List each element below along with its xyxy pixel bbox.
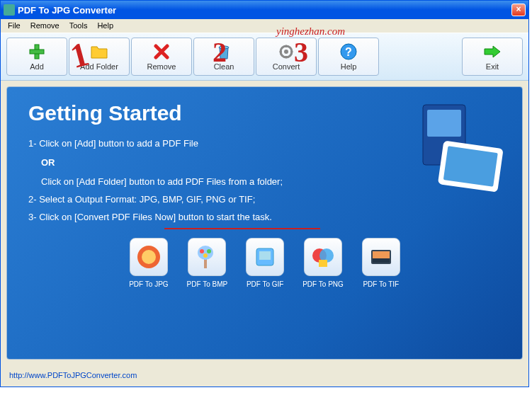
gif-label: PDF To GIF: [247, 280, 284, 288]
jpg-label: PDF To JPG: [129, 280, 168, 288]
app-icon: [4, 4, 15, 16]
svg-rect-1: [30, 50, 44, 54]
pdf-to-bmp-button[interactable]: PDF To BMP: [187, 238, 228, 288]
menu-help[interactable]: Help: [93, 21, 118, 31]
svg-point-4: [284, 50, 288, 54]
bmp-icon: [188, 238, 226, 276]
close-button[interactable]: ×: [511, 4, 526, 16]
toolbar-spacer: [380, 38, 460, 76]
add-button[interactable]: Add: [6, 38, 67, 76]
folder-icon: [90, 42, 108, 61]
png-icon: [304, 238, 342, 276]
help-label: Help: [341, 62, 357, 71]
exit-label: Exit: [486, 62, 499, 71]
remove-button[interactable]: Remove: [131, 38, 192, 76]
svg-rect-10: [443, 146, 498, 186]
menubar: File Remove Tools Help: [1, 19, 528, 33]
menu-file[interactable]: File: [4, 21, 25, 31]
clean-label: Clean: [214, 62, 234, 71]
svg-rect-8: [427, 110, 461, 137]
bmp-label: PDF To BMP: [187, 280, 228, 288]
gif-icon: [246, 238, 284, 276]
svg-point-2: [219, 46, 229, 49]
question-icon: ?: [339, 42, 358, 61]
toolbar: Add Add Folder Remove Clean Convert ? He…: [1, 33, 528, 81]
pdf-to-gif-button[interactable]: PDF To GIF: [246, 238, 284, 288]
plus-icon: [28, 42, 46, 61]
footer: http://www.PDFToJPGConverter.com: [1, 365, 528, 387]
tif-icon: [362, 238, 400, 276]
jpg-icon: [130, 238, 168, 276]
png-label: PDF To PNG: [302, 280, 344, 288]
window-title: PDF To JPG Converter: [18, 5, 511, 16]
svg-point-17: [203, 253, 208, 258]
menu-remove[interactable]: Remove: [26, 21, 64, 31]
convert-button[interactable]: Convert: [256, 38, 317, 76]
x-icon: [152, 42, 171, 61]
svg-rect-25: [373, 258, 390, 263]
help-button[interactable]: ? Help: [318, 38, 379, 76]
svg-point-15: [200, 249, 204, 253]
add-folder-label: Add Folder: [80, 62, 118, 71]
svg-point-16: [207, 249, 211, 253]
content-panel: Getting Started 1- Click on [Add] button…: [6, 86, 523, 360]
svg-point-12: [142, 250, 156, 264]
book-illustration: [402, 101, 487, 207]
remove-label: Remove: [147, 62, 176, 71]
arrow-right-icon: [483, 42, 502, 61]
clean-button[interactable]: Clean: [193, 38, 254, 76]
pdf-to-png-button[interactable]: PDF To PNG: [302, 238, 344, 288]
gear-icon: [277, 42, 295, 61]
tif-label: PDF To TIF: [363, 280, 399, 288]
svg-rect-19: [259, 251, 271, 260]
titlebar: PDF To JPG Converter ×: [1, 1, 528, 19]
svg-rect-13: [204, 258, 207, 268]
svg-rect-24: [373, 251, 390, 258]
menu-tools[interactable]: Tools: [65, 21, 92, 31]
svg-text:?: ?: [345, 46, 352, 58]
exit-button[interactable]: Exit: [462, 38, 523, 76]
svg-rect-22: [319, 260, 327, 267]
pdf-to-jpg-button[interactable]: PDF To JPG: [129, 238, 168, 288]
app-window: PDF To JPG Converter × File Remove Tools…: [0, 0, 529, 387]
convert-label: Convert: [273, 62, 300, 71]
format-buttons: PDF To JPG PDF To BMP PDF To GIF PDF To …: [28, 238, 501, 288]
add-label: Add: [30, 62, 44, 71]
website-link[interactable]: http://www.PDFToJPGConverter.com: [9, 371, 137, 379]
trash-icon: [215, 42, 233, 61]
add-folder-button[interactable]: Add Folder: [69, 38, 130, 76]
pdf-to-tif-button[interactable]: PDF To TIF: [362, 238, 400, 288]
